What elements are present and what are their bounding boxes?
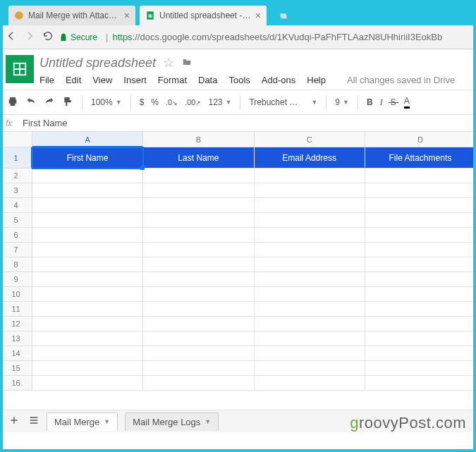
font-size-dropdown[interactable]: 9▼ xyxy=(335,97,349,107)
cell[interactable] xyxy=(143,228,254,243)
new-tab-button[interactable] xyxy=(276,8,291,23)
cell[interactable] xyxy=(32,228,143,243)
cell[interactable] xyxy=(32,331,143,346)
cell[interactable] xyxy=(365,346,476,361)
cell[interactable] xyxy=(32,183,143,198)
cell[interactable] xyxy=(365,302,476,317)
more-formats[interactable]: 123▼ xyxy=(208,97,231,107)
cell[interactable] xyxy=(143,302,254,317)
browser-tab-mailmerge[interactable]: Mail Merge with Attachm × xyxy=(8,6,135,25)
cell[interactable] xyxy=(32,169,143,183)
redo-icon[interactable] xyxy=(44,96,55,109)
cell[interactable] xyxy=(143,198,254,213)
cell[interactable] xyxy=(365,257,476,272)
row-header[interactable]: 16 xyxy=(0,376,32,391)
row-header[interactable]: 9 xyxy=(0,272,32,287)
menu-tools[interactable]: Tools xyxy=(228,75,250,85)
reload-button[interactable] xyxy=(42,30,54,44)
cell[interactable] xyxy=(32,361,143,376)
cell[interactable] xyxy=(255,198,365,213)
row-header[interactable]: 8 xyxy=(0,257,32,272)
cell[interactable] xyxy=(143,331,254,346)
bold-button[interactable]: B xyxy=(367,97,373,107)
cell[interactable] xyxy=(365,361,476,376)
cell[interactable] xyxy=(365,213,476,228)
cell[interactable] xyxy=(32,213,143,228)
cell[interactable] xyxy=(255,183,365,198)
sheets-logo[interactable] xyxy=(6,55,34,83)
column-header[interactable]: A xyxy=(32,132,143,147)
add-sheet-button[interactable] xyxy=(8,415,20,428)
cell[interactable] xyxy=(255,243,365,257)
cell[interactable] xyxy=(143,346,254,361)
back-button[interactable] xyxy=(6,30,17,44)
decrease-decimal[interactable]: .0↘ xyxy=(166,98,178,106)
star-icon[interactable]: ☆ xyxy=(163,55,174,71)
increase-decimal[interactable]: .00↗ xyxy=(185,98,201,106)
cell[interactable] xyxy=(32,346,143,361)
cell[interactable] xyxy=(255,213,365,228)
cell[interactable] xyxy=(365,169,476,183)
cell[interactable] xyxy=(32,317,143,331)
select-all-corner[interactable] xyxy=(0,132,32,147)
menu-format[interactable]: Format xyxy=(158,75,187,85)
cell[interactable] xyxy=(143,169,254,183)
cell[interactable]: File Attachments xyxy=(365,147,476,169)
cell[interactable] xyxy=(365,243,476,257)
paint-format-icon[interactable] xyxy=(62,96,73,109)
undo-icon[interactable] xyxy=(25,96,37,109)
cell[interactable] xyxy=(143,257,254,272)
cell[interactable] xyxy=(143,272,254,287)
cell[interactable] xyxy=(365,183,476,198)
format-percent[interactable]: % xyxy=(151,97,159,107)
row-header[interactable]: 11 xyxy=(0,302,32,317)
browser-tab-sheets[interactable]: Untitled spreadsheet - G × xyxy=(140,6,267,25)
cell[interactable] xyxy=(143,213,254,228)
cell[interactable] xyxy=(365,317,476,331)
column-header[interactable]: B xyxy=(143,132,254,147)
cell[interactable] xyxy=(255,331,365,346)
cell[interactable] xyxy=(32,198,143,213)
cell[interactable] xyxy=(255,376,365,391)
cell[interactable] xyxy=(365,331,476,346)
cell[interactable]: Email Address xyxy=(255,147,365,169)
menu-addons[interactable]: Add-ons xyxy=(262,75,295,85)
doc-title[interactable]: Untitled spreadsheet xyxy=(39,56,156,71)
column-header[interactable]: D xyxy=(365,132,476,147)
format-currency[interactable]: $ xyxy=(140,97,145,107)
font-family-dropdown[interactable]: Trebuchet …▼ xyxy=(249,97,317,107)
row-header[interactable]: 12 xyxy=(0,317,32,331)
row-header[interactable]: 1 xyxy=(0,147,32,169)
cell[interactable] xyxy=(365,228,476,243)
menu-help[interactable]: Help xyxy=(307,75,326,85)
url-field[interactable]: Secure | https://docs.google.com/spreads… xyxy=(59,32,470,42)
cell[interactable] xyxy=(255,302,365,317)
menu-data[interactable]: Data xyxy=(198,75,217,85)
cell[interactable] xyxy=(143,361,254,376)
menu-insert[interactable]: Insert xyxy=(123,75,147,85)
cell[interactable] xyxy=(255,346,365,361)
cell[interactable] xyxy=(255,317,365,331)
cell[interactable] xyxy=(143,287,254,302)
close-icon[interactable]: × xyxy=(124,10,130,21)
cell[interactable] xyxy=(365,287,476,302)
row-header[interactable]: 4 xyxy=(0,198,32,213)
cell[interactable] xyxy=(255,257,365,272)
menu-file[interactable]: File xyxy=(39,75,54,85)
cell[interactable] xyxy=(365,376,476,391)
row-header[interactable]: 3 xyxy=(0,183,32,198)
forward-button[interactable] xyxy=(24,30,35,44)
row-header[interactable]: 6 xyxy=(0,228,32,243)
row-header[interactable]: 14 xyxy=(0,346,32,361)
folder-icon[interactable] xyxy=(181,56,193,71)
cell[interactable] xyxy=(143,376,254,391)
cell[interactable] xyxy=(143,317,254,331)
cell[interactable]: First Name xyxy=(32,147,143,169)
cell[interactable] xyxy=(255,169,365,183)
cell[interactable] xyxy=(32,376,143,391)
cell[interactable] xyxy=(32,287,143,302)
cell[interactable] xyxy=(365,198,476,213)
close-icon[interactable]: × xyxy=(255,10,261,21)
cell[interactable] xyxy=(255,272,365,287)
print-icon[interactable] xyxy=(7,96,18,109)
